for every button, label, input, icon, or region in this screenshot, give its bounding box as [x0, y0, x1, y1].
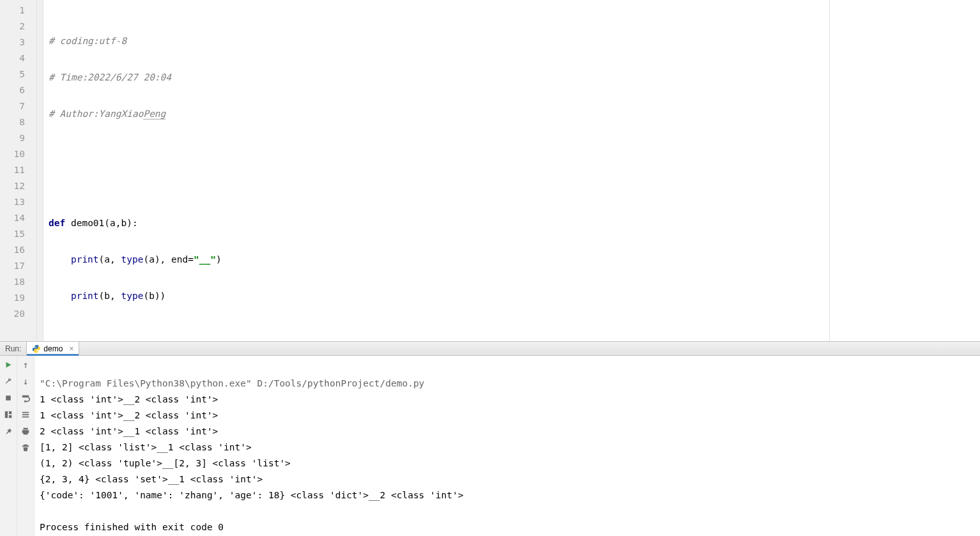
- console-line: 1 <class 'int'>__2 <class 'int'>: [40, 394, 218, 404]
- line-number: 14: [0, 210, 25, 226]
- line-number: 2: [0, 19, 25, 34]
- console-line: 2 <class 'int'>__1 <class 'int'>: [40, 426, 218, 436]
- function-name: demo01: [71, 218, 104, 228]
- python-file-icon: [32, 344, 41, 353]
- line-number: 20: [0, 306, 25, 322]
- run-label: Run:: [0, 342, 26, 355]
- line-number: 15: [0, 226, 25, 242]
- run-tool-window: Run: demo × ↑ ↓ "C:\Program Files\Python…: [0, 341, 980, 536]
- line-number: 16: [0, 242, 25, 258]
- console-command: "C:\Program Files\Python38\python.exe" D…: [40, 378, 424, 388]
- wrench-icon[interactable]: [3, 376, 13, 387]
- trash-icon[interactable]: [20, 443, 31, 453]
- line-number: 7: [0, 98, 25, 114]
- line-number: 3: [0, 34, 25, 50]
- layout-icon[interactable]: [3, 410, 13, 420]
- line-number: 11: [0, 162, 25, 178]
- console-exit-message: Process finished with exit code 0: [40, 522, 224, 532]
- svg-rect-2: [9, 411, 11, 414]
- close-icon[interactable]: ×: [69, 344, 73, 353]
- keyword-def: def: [49, 218, 65, 228]
- svg-rect-3: [9, 415, 11, 418]
- console-line: [1, 2] <class 'list'>__1 <class 'int'>: [40, 442, 252, 452]
- comment-text: # Author:YangXiaoPeng: [49, 109, 165, 119]
- run-tab-label: demo: [43, 344, 63, 353]
- line-number: 10: [0, 146, 25, 162]
- comment-text: # Time:2022/6/27 20:04: [49, 72, 171, 82]
- line-number: 12: [0, 178, 25, 194]
- run-tab-demo[interactable]: demo ×: [26, 342, 79, 355]
- line-number: 19: [0, 290, 25, 306]
- stop-icon[interactable]: [3, 393, 13, 403]
- scroll-to-end-icon[interactable]: [20, 410, 31, 420]
- line-number: 4: [0, 50, 25, 66]
- print-icon[interactable]: [20, 426, 31, 436]
- line-number: 6: [0, 82, 25, 98]
- right-margin-guide: [829, 0, 830, 341]
- code-editor[interactable]: 1 2 3 4 5 6 7 8 9 10 11 12 13 14 15 16 1…: [0, 0, 980, 341]
- fold-column: [37, 0, 43, 341]
- line-number: 9: [0, 130, 25, 146]
- line-number: 1: [0, 3, 25, 19]
- arrow-down-icon[interactable]: ↓: [20, 376, 31, 387]
- line-number: 13: [0, 194, 25, 210]
- soft-wrap-icon[interactable]: [20, 393, 31, 403]
- line-number: 18: [0, 274, 25, 290]
- code-content[interactable]: # coding:utf-8 # Time:2022/6/27 20:04 # …: [43, 0, 980, 341]
- line-number: 5: [0, 66, 25, 82]
- rerun-icon[interactable]: [3, 360, 13, 370]
- pin-icon[interactable]: [3, 426, 13, 436]
- run-primary-toolbar: [0, 356, 17, 536]
- svg-rect-0: [6, 395, 11, 401]
- run-tab-bar: Run: demo ×: [0, 342, 980, 356]
- console-line: 1 <class 'int'>__2 <class 'int'>: [40, 410, 218, 420]
- line-number: 17: [0, 258, 25, 274]
- comment-text: # coding:utf-8: [49, 36, 126, 46]
- run-secondary-toolbar: ↑ ↓: [17, 356, 34, 536]
- console-line: {2, 3, 4} <class 'set'>__1 <class 'int'>: [40, 474, 263, 484]
- line-number-gutter: 1 2 3 4 5 6 7 8 9 10 11 12 13 14 15 16 1…: [0, 0, 37, 341]
- console-output[interactable]: "C:\Program Files\Python38\python.exe" D…: [34, 356, 980, 536]
- arrow-up-icon[interactable]: ↑: [20, 360, 31, 370]
- console-line: {'code': '1001', 'name': 'zhang', 'age':…: [40, 490, 463, 500]
- line-number: 8: [0, 114, 25, 130]
- svg-rect-1: [5, 411, 8, 418]
- console-line: (1, 2) <class 'tuple'>__[2, 3] <class 'l…: [40, 458, 291, 468]
